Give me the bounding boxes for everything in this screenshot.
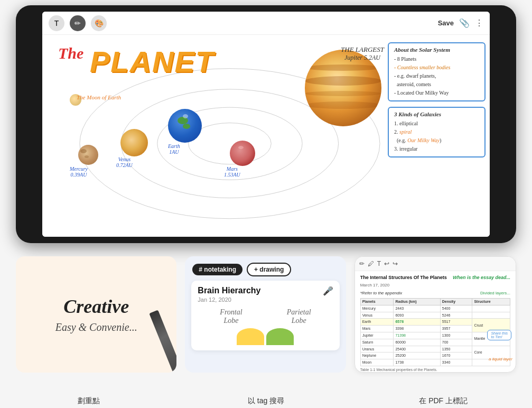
pdf-title-block: The Internal Structures Of The Planets M…	[360, 274, 447, 290]
note-card-info: Brain Hierarchy Jan 12, 2020	[198, 286, 260, 303]
card-creative: Creative Easy & Convenie...	[16, 256, 176, 373]
pdf-liquid-label: a liquid layer	[489, 357, 512, 361]
mercury-au: 0.39AU	[71, 172, 87, 178]
mercury-planet	[78, 145, 98, 165]
microphone-icon[interactable]: 🎤	[323, 286, 333, 296]
earth-label: Earth1AU	[168, 143, 180, 155]
about-item-4: asteroid, comets	[394, 80, 479, 89]
pdf-text-icon[interactable]: T	[377, 260, 381, 267]
col-radius: Radius (km)	[394, 298, 440, 305]
creative-content: Creative Easy & Convenie...	[55, 295, 137, 333]
table-row-earth: Earth65785517Crust	[360, 319, 510, 326]
pdf-main-title: The Internal Structures Of The Planets	[360, 274, 447, 281]
pdf-toolbar: ✏ 🖊 T ↩ ↪	[355, 257, 516, 271]
pdf-header-row: The Internal Structures Of The Planets M…	[360, 274, 510, 290]
title-the: The	[58, 44, 83, 62]
table-row: Uranus254001350Core	[360, 346, 510, 353]
col-structure: Structure	[472, 298, 510, 305]
bottom-section: Creative Easy & Convenie... # notetaking…	[0, 251, 532, 408]
solar-system-box: About the Solar System - 8 Planets - Cou…	[388, 42, 486, 101]
galaxy-item-2: 2. spiral	[394, 128, 479, 136]
venus-planet	[120, 129, 148, 156]
parietal-lobe-label: ParietalLobe	[287, 308, 311, 325]
brain-note-card: Brain Hierarchy Jan 12, 2020 🎤 FrontalLo…	[191, 281, 339, 350]
pdf-highlight-icon[interactable]: 🖊	[368, 260, 374, 267]
creative-subtitle: Easy & Convenie...	[55, 321, 137, 333]
col-density: Density	[440, 298, 472, 305]
about-item-3: - e.g. dwarf planets,	[394, 72, 479, 80]
right-panel: About the Solar System - 8 Planets - Cou…	[388, 42, 486, 163]
note-card-body: FrontalLobe ParietalLobe	[198, 308, 333, 325]
col-planets: Planets	[360, 298, 394, 305]
creative-title: Creative	[55, 295, 137, 318]
pdf-undo-icon[interactable]: ↩	[384, 260, 389, 267]
brain-illustration	[198, 328, 333, 345]
mars-label: Mars1.53AU	[224, 166, 240, 178]
largest-sub-text: Jupiter 5.2AU	[341, 54, 384, 62]
largest-title-text: THE LARGEST	[341, 45, 384, 54]
frontal-lobe-label: FrontalLobe	[220, 308, 242, 325]
earth-planet	[168, 109, 202, 143]
pdf-refer-text: *Refer to the appendix	[360, 290, 403, 296]
mars-planet	[230, 141, 255, 166]
card-pdf: ✏ 🖊 T ↩ ↪ The Internal Structures Of The…	[354, 256, 516, 373]
table-row: Mercury24435400	[360, 305, 510, 312]
canvas-area: The PLANET THE LARGEST Jupiter 5.2AU The…	[42, 35, 490, 237]
pdf-refer-row: *Refer to the appendix Divided layers...	[360, 290, 510, 296]
about-item-5: - Located Our Milky Way	[394, 89, 479, 97]
brain-left	[237, 328, 264, 345]
pdf-edit-icon[interactable]: ✏	[359, 260, 365, 267]
more-options-icon[interactable]: ⋮	[475, 18, 483, 28]
title-planet: PLANET	[90, 44, 214, 79]
notetaking-tag[interactable]: # notetaking	[192, 264, 242, 275]
solar-system-title: About the Solar System	[394, 47, 479, 53]
stylus-pen	[150, 310, 177, 373]
spiral-text: spiral	[399, 129, 412, 135]
text-tool-button[interactable]: T	[49, 15, 64, 31]
note-title: Brain Hierarchy	[198, 286, 260, 295]
galaxy-item-4: 3. irregular	[394, 145, 479, 153]
galaxy-item-3: (e.g. Our Milky Way)	[394, 136, 479, 145]
pen-tool-button[interactable]: ✏	[70, 15, 86, 31]
color-tool-button[interactable]: 🎨	[91, 15, 107, 31]
bottom-labels: 劃重點 以 tag 搜尋 在 PDF 上標記	[0, 396, 532, 406]
save-button[interactable]: Save	[438, 19, 454, 27]
toolbar-actions: Save 📎 ⋮	[438, 18, 483, 28]
table-row: Venus60935246	[360, 312, 510, 319]
pdf-share-note: Share thisto Tim!	[487, 330, 511, 340]
drawing-tag[interactable]: + drawing	[247, 263, 291, 276]
pdf-essay-question: When is the essay dead...	[453, 274, 510, 281]
note-card-header: Brain Hierarchy Jan 12, 2020 🎤	[198, 286, 333, 303]
card-notetaking: # notetaking + drawing Brain Hierarchy J…	[185, 256, 346, 373]
label-tag-search: 以 tag 搜尋	[178, 396, 355, 406]
galaxies-box: 3 Kinds of Galaxies 1. elliptical 2. spi…	[388, 107, 486, 157]
toolbar-tools: T ✏ 🎨	[49, 15, 107, 31]
note-date: Jan 12, 2020	[198, 296, 260, 303]
venus-label: Venus0.72AU	[116, 156, 133, 168]
about-item-1: - 8 Planets	[394, 55, 479, 63]
milky-way-text: Our Milky Way	[416, 90, 449, 96]
largest-label: THE LARGEST Jupiter 5.2AU	[341, 45, 384, 62]
label-highlight: 劃重點	[0, 396, 178, 406]
tablet-device: T ✏ 🎨 Save 📎 ⋮ The PLANET	[16, 5, 516, 243]
pdf-divided-text: Divided layers...	[480, 290, 510, 296]
label-pdf-markup: 在 PDF 上標記	[354, 396, 532, 406]
tablet-screen: T ✏ 🎨 Save 📎 ⋮ The PLANET	[42, 12, 490, 237]
table-row: Moon17383340	[360, 359, 510, 366]
our-milky-way-text2: Our Milky Way	[407, 137, 440, 143]
galaxy-item-1: 1. elliptical	[394, 119, 479, 128]
tag-row: # notetaking + drawing	[185, 256, 346, 281]
about-item-2: - Countless smaller bodies	[394, 63, 479, 72]
pdf-table-caption: Table 1-1 Mechanical properties of the P…	[360, 367, 510, 373]
galaxies-title: 3 Kinds of Galaxies	[394, 111, 479, 117]
moon-label: The Moon of Earth	[77, 94, 121, 100]
brain-right	[266, 328, 294, 345]
pdf-redo-icon[interactable]: ↪	[393, 260, 398, 267]
pdf-date: March 17, 2020	[360, 282, 447, 288]
tablet-toolbar: T ✏ 🎨 Save 📎 ⋮	[42, 12, 490, 35]
attachment-icon[interactable]: 📎	[459, 18, 470, 28]
stylus-tip	[172, 366, 177, 373]
mercury-label: Mercury0.39AU	[70, 166, 88, 178]
